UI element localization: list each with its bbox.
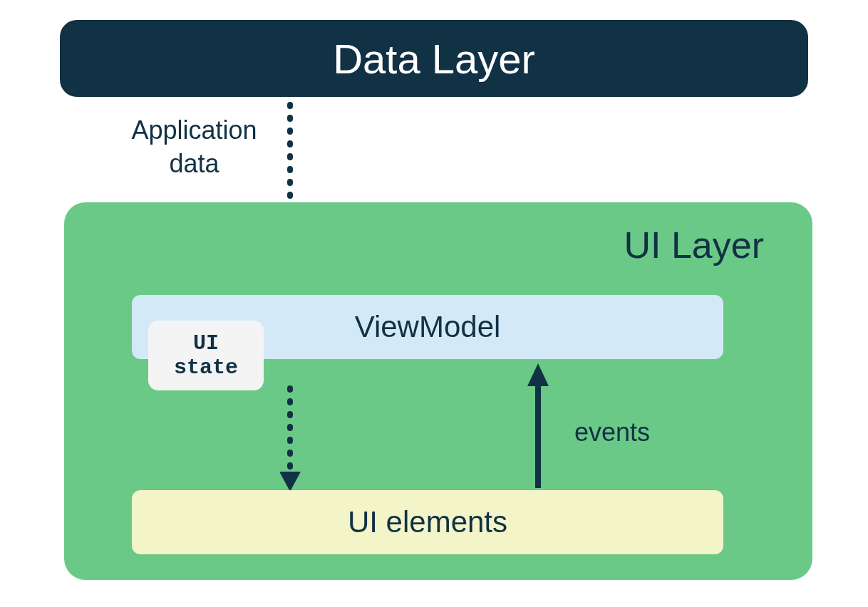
ui-state-label-line1: UI [193,331,219,356]
ui-elements-label: UI elements [348,505,507,539]
ui-layer-label: UI Layer [624,224,764,266]
ui-elements-box: UI elements [132,490,723,554]
svg-marker-5 [527,363,549,386]
data-layer-box: Data Layer [60,20,808,97]
arrow-events-up [527,363,549,492]
events-label: events [574,417,650,447]
data-layer-label: Data Layer [333,35,535,83]
application-data-label: Application data [114,114,274,181]
ui-state-badge: UI state [148,321,264,390]
svg-marker-3 [279,472,301,492]
viewmodel-label: ViewModel [355,310,501,344]
architecture-diagram: Data Layer Application data UI Layer Vie… [0,0,868,607]
arrow-viewmodel-to-elements [279,385,301,492]
ui-state-label-line2: state [174,356,238,380]
